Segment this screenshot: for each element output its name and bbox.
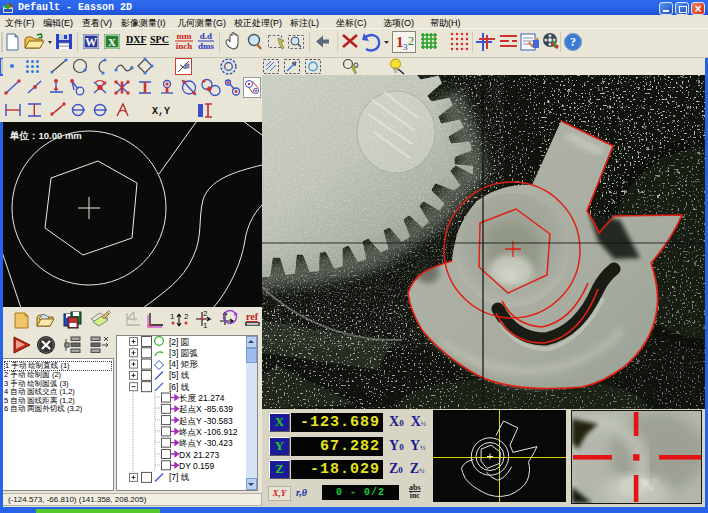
svg-text:inch: inch [176, 41, 193, 51]
svg-text:X,Y: X,Y [152, 106, 170, 117]
svg-text:mm: mm [177, 31, 192, 41]
svg-text:DY 0.159: DY 0.159 [179, 461, 215, 471]
svg-text:ref: ref [246, 311, 259, 322]
svg-text:终点Y -30.423: 终点Y -30.423 [179, 438, 233, 448]
svg-text:单位：10.00 mm: 单位：10.00 mm [9, 130, 82, 141]
svg-text:[7] 线: [7] 线 [169, 472, 190, 482]
svg-text:W: W [85, 35, 97, 49]
svg-text:起点Y -30.583: 起点Y -30.583 [179, 416, 233, 426]
svg-text:SPC: SPC [150, 34, 169, 45]
svg-text:X: X [108, 36, 116, 48]
svg-text:终点X -106.912: 终点X -106.912 [179, 427, 238, 437]
svg-text:[6] 线: [6] 线 [169, 382, 190, 392]
svg-text:2: 2 [408, 34, 414, 48]
svg-text:2: 2 [184, 312, 189, 321]
svg-text:[2] 圆: [2] 圆 [169, 337, 189, 347]
svg-text:[5] 线: [5] 线 [169, 370, 190, 380]
svg-text:dms: dms [198, 41, 215, 51]
svg-text:DXF: DXF [126, 34, 147, 45]
svg-text:d.d: d.d [200, 31, 212, 41]
svg-text:起点X -85.639: 起点X -85.639 [179, 404, 233, 414]
svg-text:1: 1 [170, 312, 175, 321]
svg-text:2: 2 [203, 309, 208, 318]
svg-text:?: ? [570, 35, 576, 49]
svg-text:DX 21.273: DX 21.273 [179, 450, 219, 460]
svg-text:[4] 矩形: [4] 矩形 [169, 359, 198, 369]
svg-text:[3] 圆弧: [3] 圆弧 [169, 348, 198, 358]
svg-text:1: 1 [203, 321, 208, 330]
svg-text:长度 21.274: 长度 21.274 [179, 393, 225, 403]
